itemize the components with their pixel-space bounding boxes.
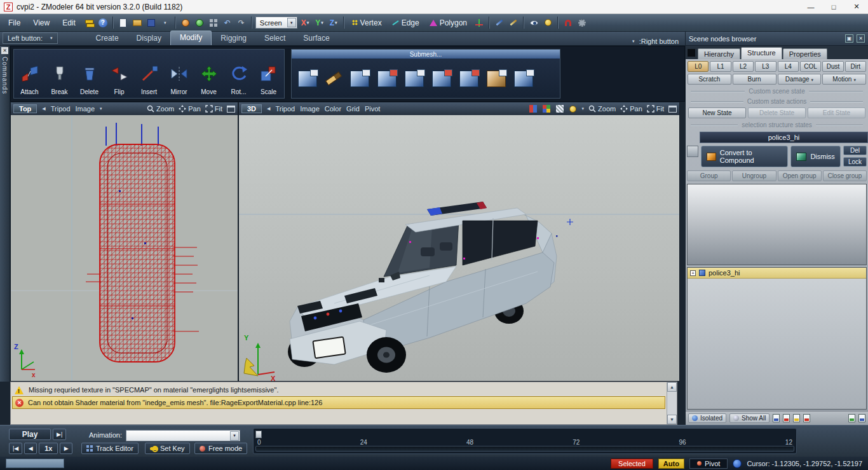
menu-color[interactable]: Color [325, 105, 341, 113]
auto-mode-badge[interactable]: Auto [658, 459, 684, 469]
scroll-up-icon[interactable]: ▲ [667, 382, 677, 392]
chevron-down-icon[interactable]: ▾ [159, 17, 172, 29]
tab-modify[interactable]: Modify [170, 31, 212, 45]
tab-display[interactable]: Display [128, 32, 170, 45]
lod-col-button[interactable]: COL [800, 61, 821, 72]
menu-pivot[interactable]: Pivot [365, 105, 380, 113]
edit-state-button[interactable]: Edit State [808, 107, 865, 118]
ungroup-button[interactable]: Ungroup [732, 170, 776, 181]
close-icon[interactable]: ✕ [1, 47, 8, 54]
node-row-police3-hi[interactable]: + police3_hi [688, 268, 866, 279]
tab-create[interactable]: Create [87, 32, 128, 45]
viewport-label-top[interactable]: Top [13, 104, 37, 113]
delete-node-icon[interactable] [803, 414, 810, 422]
light-bulb-icon[interactable] [569, 104, 578, 113]
back-arrow-icon[interactable]: ◀ [42, 106, 45, 111]
edge-mode-button[interactable]: Edge [388, 16, 424, 30]
submesh-group-title[interactable]: Submesh... [292, 50, 560, 59]
menu-tripod[interactable]: Tripod [275, 105, 295, 113]
chevron-down-icon[interactable]: ▾ [287, 18, 296, 27]
pin-panel-icon[interactable]: ▣ [845, 34, 853, 43]
tab-surface[interactable]: Surface [294, 32, 338, 45]
dismiss-button[interactable]: Dismiss [790, 146, 841, 167]
screen-space-selector[interactable]: Screen ▾ [255, 17, 297, 29]
paint-pen-icon[interactable] [507, 17, 520, 29]
step-to-start-button[interactable]: |◀ [9, 443, 22, 454]
insert-tool-button[interactable]: Insert [134, 51, 164, 97]
pan-button[interactable]: Pan [620, 105, 642, 113]
menu-grid[interactable]: Grid [346, 105, 360, 113]
tab-structure[interactable]: Structure [741, 47, 782, 59]
lock-button[interactable]: Lock [843, 157, 867, 167]
set-key-button[interactable]: Set Key [145, 443, 190, 454]
scene-nodes-list[interactable]: + police3_hi [687, 267, 867, 410]
export-node-icon[interactable] [783, 414, 790, 422]
vertex-mode-button[interactable]: Vertex [348, 16, 386, 30]
new-file-icon[interactable] [117, 17, 130, 29]
close-button[interactable]: ✕ [845, 0, 868, 13]
menu-view[interactable]: View [27, 17, 55, 29]
messages-scrollbar[interactable]: ▲ ▼ [667, 382, 677, 424]
pivot-mode-badge[interactable]: Pivot [689, 459, 728, 469]
menu-tripod[interactable]: Tripod [51, 105, 71, 113]
damage-button[interactable]: Damage▾ [778, 74, 822, 85]
step-forward-button[interactable]: ▶ [60, 443, 72, 454]
magnet-snap-icon[interactable] [562, 17, 574, 29]
free-mode-button[interactable]: Free mode [194, 443, 247, 454]
subdivide-tool-button[interactable] [514, 71, 533, 87]
refresh-node-icon[interactable] [848, 414, 855, 422]
delete-state-button[interactable]: Delete State [748, 107, 806, 118]
tab-properties[interactable]: Properties [783, 48, 827, 59]
message-row-warning[interactable]: ! Missing requried texture in "SPECMAP" … [12, 384, 665, 396]
new-state-button[interactable]: New State [688, 107, 746, 118]
open-folder-icon[interactable] [131, 17, 144, 29]
wrap-tool-button[interactable] [487, 71, 506, 87]
viewport-label-3d[interactable]: 3D [241, 104, 262, 113]
light-bulb-icon[interactable] [541, 17, 554, 29]
export-icon[interactable] [179, 17, 192, 29]
message-row-error[interactable]: ✕ Can not obtain Shader material from "i… [12, 396, 665, 409]
options-grid-icon[interactable] [207, 17, 220, 29]
mirror-tool-button[interactable]: Mirror [164, 51, 194, 97]
motion-button[interactable]: Motion▾ [822, 74, 866, 85]
delete-tool-button[interactable]: Delete [74, 51, 104, 97]
undo-icon[interactable]: ↶ [221, 17, 234, 29]
show-all-button[interactable]: Show All [729, 413, 770, 423]
weld-tool-button[interactable] [432, 71, 451, 87]
texture-checker-icon[interactable] [555, 104, 564, 113]
track-editor-button[interactable]: Track Editor [81, 443, 139, 454]
selected-mode-badge[interactable]: Selected [611, 459, 653, 469]
lock-slot-icon[interactable] [687, 146, 698, 157]
timeline-frame-handle[interactable] [255, 431, 262, 438]
play-button[interactable]: Play [9, 429, 51, 440]
shading-mode-icon[interactable] [542, 104, 551, 113]
save-icon[interactable] [145, 17, 158, 29]
zoom-button[interactable]: Zoom [147, 105, 174, 113]
lod-l3-button[interactable]: L3 [755, 61, 776, 72]
timeline-scrollbar[interactable] [255, 446, 794, 452]
timeline-ruler[interactable]: 0 24 48 72 96 12 [253, 428, 797, 454]
help-icon[interactable]: ? [97, 17, 109, 29]
redo-icon[interactable]: ↷ [235, 17, 248, 29]
polygon-mode-button[interactable]: Polygon [425, 16, 471, 30]
material-editor-icon[interactable] [193, 17, 206, 29]
isolated-button[interactable]: Isolated [688, 413, 726, 423]
tab-select[interactable]: Select [255, 32, 294, 45]
visibility-eye-icon[interactable] [527, 17, 540, 29]
gizmo-axes-icon[interactable] [473, 17, 485, 29]
tab-hierarchy[interactable]: Hierarchy [698, 48, 740, 59]
brush-tool-button[interactable] [325, 76, 342, 81]
left-button-selector[interactable]: Left button: ▾ [3, 32, 58, 44]
lod-l4-button[interactable]: L4 [778, 61, 799, 72]
bevel-tool-button[interactable] [405, 71, 424, 87]
animation-selector[interactable]: ▾ [126, 430, 240, 441]
chevron-down-icon[interactable]: ▾ [230, 431, 239, 441]
pan-button[interactable]: Pan [179, 105, 201, 113]
speed-button[interactable]: 1x [39, 443, 58, 454]
lod-dirt-button[interactable]: Dirt [845, 61, 866, 72]
tab-rigging[interactable]: Rigging [212, 32, 255, 45]
maximize-viewport-icon[interactable] [227, 106, 235, 113]
group-button[interactable]: Group [687, 170, 731, 181]
burn-button[interactable]: Burn [733, 74, 776, 85]
fit-button[interactable]: Fit [647, 105, 664, 113]
